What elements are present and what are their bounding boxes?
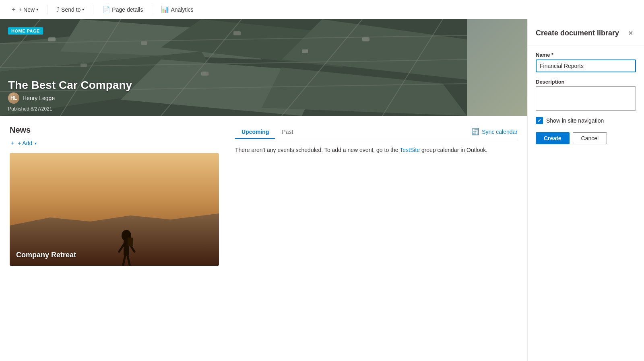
page-details-icon: 📄 — [102, 6, 110, 13]
hero-badge: HOME PAGE — [8, 27, 43, 35]
events-header: Upcoming Past 🔄 Sync calendar — [235, 125, 518, 139]
add-icon: ＋ — [10, 139, 15, 147]
divider-1 — [47, 5, 47, 14]
news-add-label: + Add — [18, 140, 32, 146]
news-section: News ＋ + Add ▾ — [10, 125, 219, 266]
testsite-link[interactable]: TestSite — [400, 147, 420, 153]
hero-background — [0, 19, 527, 116]
show-in-nav-checkbox[interactable]: ✓ — [536, 117, 543, 124]
description-input[interactable] — [536, 86, 636, 111]
show-in-nav-row: ✓ Show in site navigation — [536, 117, 636, 124]
content-body: News ＋ + Add ▾ — [0, 116, 527, 275]
analytics-button[interactable]: 📊 Analytics — [157, 3, 197, 16]
page-details-label: Page details — [112, 6, 143, 13]
checkbox-check-icon: ✓ — [537, 118, 541, 123]
events-empty-text-before: There aren't any events scheduled. To ad… — [235, 147, 400, 153]
events-section: Upcoming Past 🔄 Sync calendar There aren… — [235, 125, 518, 266]
news-add-button[interactable]: ＋ + Add ▾ — [10, 139, 37, 147]
send-to-button[interactable]: ⤴ Send to ▾ — [52, 4, 88, 16]
events-empty-message: There aren't any events scheduled. To ad… — [235, 146, 518, 154]
divider-3 — [152, 5, 152, 14]
new-button[interactable]: ＋ + New ▾ — [6, 3, 42, 16]
description-form-group: Description — [536, 79, 636, 111]
sync-calendar-button[interactable]: 🔄 Sync calendar — [471, 128, 518, 135]
past-tab[interactable]: Past — [275, 125, 299, 139]
close-icon: ✕ — [628, 29, 633, 37]
divider-2 — [93, 5, 93, 14]
cancel-button[interactable]: Cancel — [573, 132, 607, 144]
hero-title: The Best Car Company — [8, 79, 132, 92]
events-empty-text-after: group calendar in Outlook. — [420, 147, 487, 153]
analytics-label: Analytics — [171, 6, 193, 13]
news-title: News — [10, 125, 219, 135]
add-chevron-icon: ▾ — [35, 141, 37, 146]
name-label: Name * — [536, 52, 636, 58]
name-form-group: Name * — [536, 52, 636, 72]
sync-label: Sync calendar — [482, 129, 518, 135]
send-to-icon: ⤴ — [56, 6, 60, 13]
panel-title: Create document library — [536, 29, 619, 37]
published-date: Published 8/27/2021 — [8, 106, 52, 112]
panel-header: Create document library ✕ — [528, 19, 644, 45]
page-content: HOME PAGE The Best Car Company HL Henry … — [0, 19, 527, 361]
send-to-chevron-icon: ▾ — [82, 7, 84, 12]
send-to-label: Send to — [61, 6, 80, 13]
hero-author: HL Henry Legge — [8, 92, 55, 104]
news-card: Company Retreat — [10, 153, 219, 266]
toolbar: ＋ + New ▾ ⤴ Send to ▾ 📄 Page details 📊 A… — [0, 0, 644, 19]
svg-rect-32 — [128, 238, 133, 246]
description-label: Description — [536, 79, 636, 85]
analytics-icon: 📊 — [161, 6, 169, 13]
hero-section: HOME PAGE The Best Car Company HL Henry … — [0, 19, 527, 116]
close-button[interactable]: ✕ — [625, 27, 636, 39]
main-layout: HOME PAGE The Best Car Company HL Henry … — [0, 19, 644, 361]
sync-icon: 🔄 — [471, 128, 479, 135]
new-icon: ＋ — [10, 5, 17, 14]
panel-actions: Create Cancel — [536, 132, 636, 144]
panel-body: Name * Description ✓ Show in site naviga… — [528, 45, 644, 151]
name-input[interactable] — [536, 59, 636, 72]
upcoming-tab[interactable]: Upcoming — [235, 125, 275, 139]
news-card-title: Company Retreat — [16, 251, 76, 259]
create-button[interactable]: Create — [536, 132, 570, 144]
author-name: Henry Legge — [23, 95, 55, 101]
show-in-nav-label: Show in site navigation — [546, 117, 604, 124]
page-details-button[interactable]: 📄 Page details — [98, 3, 147, 16]
avatar: HL — [8, 92, 19, 104]
new-label: + New — [19, 6, 35, 13]
new-chevron-icon: ▾ — [36, 7, 38, 12]
create-library-panel: Create document library ✕ Name * Descrip… — [527, 19, 644, 361]
svg-rect-23 — [0, 19, 467, 116]
